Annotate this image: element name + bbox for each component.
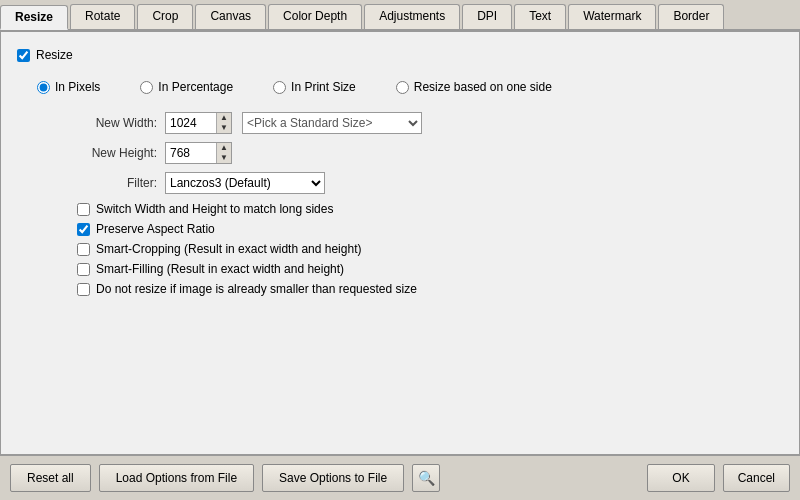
filter-select[interactable]: Lanczos3 (Default) Box Bilinear Bicubic … <box>165 172 325 194</box>
filter-row: Filter: Lanczos3 (Default) Box Bilinear … <box>77 172 783 194</box>
width-input[interactable]: 1024 <box>166 113 216 133</box>
height-input-wrap: 768 ▲ ▼ <box>165 142 232 164</box>
form-section: New Width: 1024 ▲ ▼ <Pick a Standard Siz… <box>77 112 783 194</box>
checkbox-no-resize-input[interactable] <box>77 283 90 296</box>
tab-resize[interactable]: Resize <box>0 5 68 30</box>
checkbox-no-resize[interactable]: Do not resize if image is already smalle… <box>77 282 783 296</box>
save-options-button[interactable]: Save Options to File <box>262 464 404 492</box>
tab-crop[interactable]: Crop <box>137 4 193 29</box>
load-options-button[interactable]: Load Options from File <box>99 464 254 492</box>
checkbox-smart-crop-label: Smart-Cropping (Result in exact width an… <box>96 242 361 256</box>
width-label: New Width: <box>77 116 157 130</box>
reset-all-button[interactable]: Reset all <box>10 464 91 492</box>
checkbox-switch-wh[interactable]: Switch Width and Height to match long si… <box>77 202 783 216</box>
checkbox-smart-crop[interactable]: Smart-Cropping (Result in exact width an… <box>77 242 783 256</box>
radio-print-label: In Print Size <box>291 80 356 94</box>
filter-label: Filter: <box>77 176 157 190</box>
radio-pixels-label: In Pixels <box>55 80 100 94</box>
tab-color-depth[interactable]: Color Depth <box>268 4 362 29</box>
height-label: New Height: <box>77 146 157 160</box>
tab-text[interactable]: Text <box>514 4 566 29</box>
checkbox-switch-wh-input[interactable] <box>77 203 90 216</box>
radio-one-side-label: Resize based on one side <box>414 80 552 94</box>
options-checkbox-group: Switch Width and Height to match long si… <box>77 202 783 296</box>
tab-bar: Resize Rotate Crop Canvas Color Depth Ad… <box>0 0 800 31</box>
tab-watermark[interactable]: Watermark <box>568 4 656 29</box>
width-spin-down[interactable]: ▼ <box>217 123 231 133</box>
height-row: New Height: 768 ▲ ▼ <box>77 142 783 164</box>
checkbox-smart-fill-label: Smart-Filling (Result in exact width and… <box>96 262 344 276</box>
tab-adjustments[interactable]: Adjustments <box>364 4 460 29</box>
standard-size-select[interactable]: <Pick a Standard Size> 640 x 480 800 x 6… <box>242 112 422 134</box>
resize-enable-checkbox[interactable] <box>17 49 30 62</box>
checkbox-no-resize-label: Do not resize if image is already smalle… <box>96 282 417 296</box>
mode-radio-group: In Pixels In Percentage In Print Size Re… <box>37 80 783 94</box>
height-spin-up[interactable]: ▲ <box>217 143 231 153</box>
height-spin-down[interactable]: ▼ <box>217 153 231 163</box>
height-spinners: ▲ ▼ <box>216 143 231 163</box>
ok-button[interactable]: OK <box>647 464 714 492</box>
checkbox-preserve-aspect-label: Preserve Aspect Ratio <box>96 222 215 236</box>
tab-dpi[interactable]: DPI <box>462 4 512 29</box>
main-content: Resize In Pixels In Percentage In Print … <box>0 31 800 455</box>
width-spin-up[interactable]: ▲ <box>217 113 231 123</box>
bottom-bar: Reset all Load Options from File Save Op… <box>0 455 800 499</box>
checkbox-preserve-aspect[interactable]: Preserve Aspect Ratio <box>77 222 783 236</box>
radio-in-pixels[interactable]: In Pixels <box>37 80 100 94</box>
width-spinners: ▲ ▼ <box>216 113 231 133</box>
checkbox-switch-wh-label: Switch Width and Height to match long si… <box>96 202 333 216</box>
checkbox-preserve-aspect-input[interactable] <box>77 223 90 236</box>
width-row: New Width: 1024 ▲ ▼ <Pick a Standard Siz… <box>77 112 783 134</box>
tab-canvas[interactable]: Canvas <box>195 4 266 29</box>
folder-icon-button[interactable]: 🔍 <box>412 464 440 492</box>
height-input[interactable]: 768 <box>166 143 216 163</box>
folder-icon: 🔍 <box>418 470 435 486</box>
width-input-wrap: 1024 ▲ ▼ <box>165 112 232 134</box>
tab-rotate[interactable]: Rotate <box>70 4 135 29</box>
radio-in-print-size[interactable]: In Print Size <box>273 80 356 94</box>
radio-one-side[interactable]: Resize based on one side <box>396 80 552 94</box>
checkbox-smart-fill[interactable]: Smart-Filling (Result in exact width and… <box>77 262 783 276</box>
tab-border[interactable]: Border <box>658 4 724 29</box>
radio-percentage-label: In Percentage <box>158 80 233 94</box>
checkbox-smart-fill-input[interactable] <box>77 263 90 276</box>
resize-enable-label: Resize <box>36 48 73 62</box>
resize-enable-row: Resize <box>17 48 783 62</box>
cancel-button[interactable]: Cancel <box>723 464 790 492</box>
radio-in-percentage[interactable]: In Percentage <box>140 80 233 94</box>
checkbox-smart-crop-input[interactable] <box>77 243 90 256</box>
